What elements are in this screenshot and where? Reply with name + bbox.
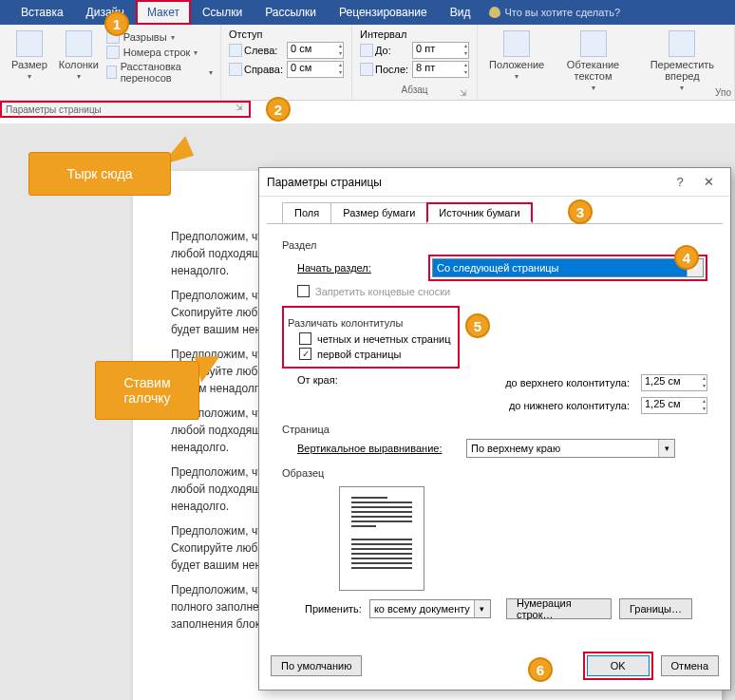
spacing-before-icon [360,44,373,57]
tab-paper-source[interactable]: Источник бумаги [426,202,532,223]
no-endnotes-label: Запретить концевые сноски [315,286,450,297]
default-button[interactable]: По умолчанию [271,655,362,676]
from-edge-label: От края: [282,374,424,414]
columns-label: Колонки [59,59,99,70]
chevron-down-icon: ▾ [77,72,81,81]
arrange-group-label: Упо [715,87,731,98]
tab-review[interactable]: Рецензирование [328,0,439,25]
start-section-label: Начать раздел: [297,262,421,274]
line-numbers-button-dlg[interactable]: Нумерация строк… [506,598,612,619]
line-numbers-button[interactable]: Номера строк▾ [106,46,213,59]
columns-icon [66,30,92,57]
tab-references[interactable]: Ссылки [191,0,254,25]
forward-icon [669,30,695,57]
callout-badge-2: 2 [266,97,291,122]
header-distance-input[interactable]: 1,25 см [641,374,707,391]
callout-click-here: Тырк сюда [28,152,171,196]
indent-right-label: Справа: [229,63,283,76]
callout-badge-4: 4 [674,245,699,270]
spacing-after-label: После: [360,63,408,76]
columns-button[interactable]: Колонки ▾ [55,28,103,83]
position-icon [503,30,530,57]
callout-badge-6: 6 [528,657,553,682]
tab-layout[interactable]: Макет [136,0,191,25]
chevron-down-icon: ▾ [28,72,31,81]
ribbon-body: Размер ▾ Колонки ▾ Разрывы▾ Номера строк… [0,25,735,101]
dialog-titlebar: Параметры страницы ? ✕ [259,168,730,197]
page-section-label: Страница [282,424,707,435]
callout-set-checkbox: Ставим галочку [95,361,199,420]
tab-insert[interactable]: Вставка [9,0,75,25]
apply-to-label: Применить: [305,603,362,615]
dialog-tabs: Поля Размер бумаги Источник бумаги [259,197,730,223]
spacing-after-icon [360,63,373,76]
hyphenation-icon [106,66,117,79]
spacing-before-input[interactable]: 0 пт [412,42,469,59]
tab-paper-size[interactable]: Размер бумаги [330,202,427,223]
ok-button[interactable]: OK [587,655,650,676]
indent-right-input[interactable]: 0 см [287,61,344,78]
preview-label: Образец [282,467,707,479]
footer-distance-label: до нижнего колонтитула: [440,400,633,411]
indent-left-label: Слева: [229,44,283,57]
odd-even-checkbox[interactable] [299,332,311,345]
valign-combo[interactable]: По верхнему краю [466,439,675,458]
cancel-button[interactable]: Отмена [661,655,719,676]
apply-to-combo[interactable]: ко всему документу [369,599,491,618]
hyphenation-button[interactable]: Расстановка переносов▾ [106,61,213,84]
tell-me-placeholder: Что вы хотите сделать? [504,7,620,18]
spacing-before-label: До: [360,44,408,57]
headers-group-label: Различать колонтитулы [288,317,450,329]
wrap-icon [580,30,607,57]
tab-view[interactable]: Вид [439,0,482,25]
line-numbers-icon [106,46,120,59]
paragraph-launcher[interactable]: ⇲ [458,88,469,100]
size-label: Размер [11,59,47,70]
page-setup-launcher[interactable]: ⇲ [236,103,247,114]
callout-badge-5: 5 [465,313,490,338]
bring-forward-button[interactable]: Переместить вперед▾ [638,28,726,94]
preview-thumbnail [339,486,424,591]
indent-right-icon [229,63,242,76]
valign-label: Вертикальное выравнивание: [297,443,459,454]
bulb-icon [489,7,500,18]
first-page-label: первой страницы [317,349,401,360]
wrap-text-button[interactable]: Обтекание текстом▾ [552,28,634,94]
footer-distance-input[interactable]: 1,25 см [641,397,707,414]
help-button[interactable]: ? [666,175,694,189]
odd-even-label: четных и нечетных страниц [317,333,450,345]
page-setup-group-label: Параметры страницы ⇲ [0,101,251,118]
close-button[interactable]: ✕ [694,175,723,189]
start-section-combo[interactable]: Со следующей страницы [432,258,704,277]
no-endnotes-checkbox [297,285,310,297]
indent-left-input[interactable]: 0 см [287,42,344,59]
callout-badge-3: 3 [568,199,593,224]
size-icon [16,30,43,57]
tab-fields[interactable]: Поля [282,202,331,223]
spacing-after-input[interactable]: 8 пт [412,61,469,78]
borders-button[interactable]: Границы… [619,598,692,619]
dialog-title: Параметры страницы [267,176,666,189]
position-button[interactable]: Положение▾ [485,28,548,83]
size-button[interactable]: Размер ▾ [8,28,51,83]
tab-mailings[interactable]: Рассылки [254,0,328,25]
callout-badge-1: 1 [104,11,129,36]
tell-me-search[interactable]: Что вы хотите сделать? [489,7,620,18]
section-label: Раздел [282,239,707,251]
header-distance-label: до верхнего колонтитула: [440,377,633,388]
paragraph-group-label: Абзац [402,85,428,95]
indent-left-icon [229,44,242,57]
spacing-title: Интервал [360,28,469,40]
indent-title: Отступ [229,28,344,40]
first-page-checkbox[interactable]: ✓ [299,348,311,360]
page-setup-dialog: Параметры страницы ? ✕ Поля Размер бумаг… [258,167,731,691]
